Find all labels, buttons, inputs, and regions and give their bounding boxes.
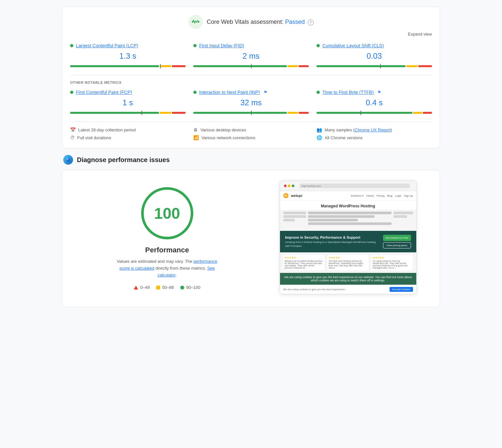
metadata-desktop: 🖥 Various desktop devices <box>193 127 309 132</box>
metric-fcp: First Contentful Paint (FCP) 1 s <box>70 90 185 114</box>
preview-banner: Improve in Security, Performance & Suppo… <box>280 231 416 252</box>
performance-card: 100 Performance Values are estimated and… <box>62 170 440 307</box>
perf-desc-text: Values are estimated and may vary. The <box>117 259 194 264</box>
fid-marker <box>251 64 252 68</box>
lcp-progress <box>70 65 185 67</box>
cls-bar-red <box>418 65 432 67</box>
chrome-icon: 🌐 <box>317 135 322 140</box>
fid-value: 2 ms <box>193 52 309 61</box>
fid-dot <box>193 44 197 47</box>
inp-marker <box>251 111 252 115</box>
diagnose-icon <box>63 155 73 165</box>
perf-label: Performance <box>145 246 189 254</box>
main-bar-4 <box>308 222 391 225</box>
preview-cookie-bar: We are using cookies to give you the bes… <box>280 285 416 294</box>
perf-left: 100 Performance Values are estimated and… <box>70 181 264 296</box>
calendar-icon: 📅 <box>70 127 76 132</box>
ttfb-bar-orange <box>413 112 422 114</box>
review-1-stars: ★★★★★ <box>285 256 323 259</box>
cls-progress <box>317 65 432 67</box>
preview-reviews: ★★★★★ Wetopi is an excellent hosting ser… <box>280 252 416 273</box>
preview-get-started-btn[interactable]: Get started for Free <box>383 235 411 241</box>
help-icon[interactable]: ? <box>308 20 314 25</box>
cls-dot <box>317 44 320 47</box>
metric-ttfb: Time to First Byte (TTFB) ⚑ 0.4 s <box>317 90 432 114</box>
samples-text: Many samples (Chrome UX Report) <box>325 127 392 132</box>
good-label: 90–100 <box>186 285 200 290</box>
perf-right: http://wetopi.com W wetopi Solutions ▾ C… <box>264 181 432 296</box>
fid-link[interactable]: First Input Delay (FID) <box>199 43 244 48</box>
legend-good: 90–100 <box>180 285 200 290</box>
preview-pricing-btn[interactable]: View pricing plans <box>383 242 411 248</box>
svg-point-0 <box>198 21 199 23</box>
preview-url-bar: http://wetopi.com <box>300 184 410 188</box>
preview-dot-green <box>292 185 294 187</box>
inp-value: 32 ms <box>193 98 309 107</box>
perf-legend: 0–49 50–89 90–100 <box>134 285 200 290</box>
cls-link[interactable]: Cumulative Layout Shift (CLS) <box>322 43 384 48</box>
preview-site-name: wetopi <box>291 194 303 198</box>
sidebar-bar-1 <box>283 212 306 214</box>
preview-nav: W wetopi Solutions ▾ Clients Pricing Blo… <box>280 191 416 201</box>
ttfb-bars <box>317 112 432 114</box>
diagnose-title: Diagnose performance issues <box>77 156 170 164</box>
fcp-bar-orange <box>160 112 171 114</box>
inp-bar-orange <box>288 112 298 114</box>
nav-clients: Clients <box>366 194 374 197</box>
main-metrics-grid: Largest Contentful Paint (LCP) 1.3 s Fir… <box>70 43 432 67</box>
legend-needs-improvement: 50–89 <box>156 285 174 290</box>
review-3-text: I'm using wetopi to host my WordPress si… <box>373 260 411 269</box>
metric-ttfb-label: Time to First Byte (TTFB) ⚑ <box>317 90 432 95</box>
inp-progress <box>193 112 309 114</box>
metric-inp-label: Interaction to Next Paint (INP) ⚑ <box>193 90 309 95</box>
cwv-title: Core Web Vitals assessment: Passed ? <box>207 19 314 25</box>
lcp-bar-orange <box>160 65 171 67</box>
desktop-text: Various desktop devices <box>200 127 246 132</box>
clock-icon: ⏱ <box>70 135 75 140</box>
metric-lcp: Largest Contentful Paint (LCP) 1.3 s <box>70 43 185 67</box>
inp-link[interactable]: Interaction to Next Paint (INP) <box>199 90 260 95</box>
lcp-bar-red <box>172 65 185 67</box>
metric-lcp-label: Largest Contentful Paint (LCP) <box>70 43 185 48</box>
cookie-accept-btn[interactable]: Accept Cookies <box>390 287 413 292</box>
other-metrics-grid: First Contentful Paint (FCP) 1 s Interac… <box>70 90 432 114</box>
lcp-link[interactable]: Largest Contentful Paint (LCP) <box>76 43 138 48</box>
fid-bar-red <box>299 65 309 67</box>
preview-dot-yellow <box>288 185 290 187</box>
cookie-text: We are using cookies to give you the bes… <box>283 288 347 291</box>
review-3: ★★★★★ I'm using wetopi to host my WordPr… <box>371 255 413 270</box>
cwv-icon <box>188 15 203 29</box>
cwv-title-text: Core Web Vitals assessment: <box>207 19 283 25</box>
metric-cls-label: Cumulative Layout Shift (CLS) <box>317 43 432 48</box>
metric-fid-label: First Input Delay (FID) <box>193 43 309 48</box>
main-container: Core Web Vitals assessment: Passed ? Exp… <box>62 7 440 307</box>
preview-sidebar-left <box>283 212 306 229</box>
preview-footer: We are using cookies to give you the bes… <box>280 273 416 285</box>
metadata-visit: ⏱ Full visit durations <box>70 135 185 140</box>
nav-blog: Blog <box>387 194 392 197</box>
chrome-ux-link[interactable]: Chrome UX Report <box>355 127 391 132</box>
lcp-dot <box>70 44 73 47</box>
lcp-bars <box>70 65 185 67</box>
preview-content <box>280 210 416 231</box>
sidebar-bar-3 <box>283 219 295 221</box>
collection-period-text: Latest 28-day collection period <box>78 127 136 132</box>
fid-bar-orange <box>288 65 298 67</box>
lcp-value: 1.3 s <box>70 52 185 61</box>
fcp-bar-green <box>70 112 159 114</box>
cwv-header: Core Web Vitals assessment: Passed ? <box>70 15 432 29</box>
fcp-link[interactable]: First Contentful Paint (FCP) <box>76 90 132 95</box>
ttfb-link[interactable]: Time to First Byte (TTFB) <box>322 90 374 95</box>
review-2: ★★★★★ The best ever Hosting service for … <box>327 255 369 270</box>
inp-bar-green <box>193 112 287 114</box>
perf-desc: Values are estimated and may vary. The p… <box>112 258 223 278</box>
main-bar-3 <box>308 219 358 221</box>
sidebar-bar-2 <box>283 215 306 218</box>
preview-sidebar-right <box>393 212 413 229</box>
main-bar-2 <box>308 215 375 218</box>
metric-fid: First Input Delay (FID) 2 ms <box>193 43 309 67</box>
fid-progress <box>193 65 309 67</box>
right-bar-2 <box>393 215 407 218</box>
cls-marker <box>380 64 381 68</box>
expand-view[interactable]: Expand view <box>70 32 432 37</box>
